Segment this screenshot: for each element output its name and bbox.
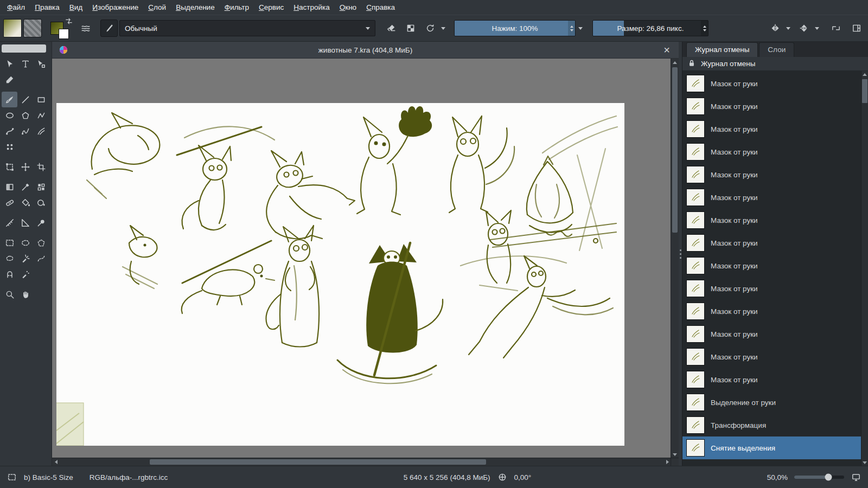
pan-tool[interactable] [17, 286, 33, 302]
history-item[interactable]: Мазок от руки [682, 118, 861, 140]
pattern-edit-tool[interactable] [33, 179, 49, 195]
pattern-swatch[interactable] [23, 19, 42, 37]
bezier-curve-tool[interactable] [2, 123, 17, 139]
calligraphy-tool[interactable] [2, 72, 17, 87]
mirror-vertical-button[interactable] [796, 20, 812, 36]
eraser-mode-button[interactable] [383, 20, 399, 36]
color-sampler-tool[interactable] [17, 179, 33, 195]
history-item[interactable]: Мазок от руки [682, 345, 861, 368]
select-shapes-tool[interactable] [2, 56, 17, 72]
menu-view[interactable]: Вид [65, 1, 87, 14]
zoom-slider-handle[interactable] [825, 474, 832, 481]
menu-help[interactable]: Справка [361, 1, 400, 14]
measure-tool[interactable] [17, 215, 33, 230]
brush-preset-icon[interactable] [100, 20, 118, 37]
tab-layers[interactable]: Слои [759, 42, 794, 57]
menu-file[interactable]: Файл [2, 1, 30, 14]
transform-tool[interactable] [2, 159, 17, 175]
zoom-slider[interactable] [794, 476, 844, 479]
scroll-left-icon[interactable] [52, 458, 60, 466]
contiguous-select-tool[interactable] [17, 251, 33, 266]
freehand-brush-tool[interactable] [2, 92, 17, 107]
preserve-alpha-button[interactable] [403, 20, 419, 36]
menu-settings[interactable]: Настройка [289, 1, 334, 14]
gradient-tool[interactable] [2, 179, 17, 195]
crop-tool[interactable] [33, 159, 49, 175]
docker-lock-icon[interactable] [687, 58, 697, 69]
menu-layer[interactable]: Слой [143, 1, 171, 14]
selection-mode-icon[interactable] [7, 472, 17, 483]
menu-tools[interactable]: Сервис [254, 1, 289, 14]
line-tool[interactable] [17, 92, 33, 107]
multibrush-tool[interactable] [2, 139, 17, 155]
history-item[interactable]: Мазок от руки [682, 72, 861, 95]
history-item[interactable]: Мазок от руки [682, 277, 861, 300]
polyline-tool[interactable] [33, 107, 49, 123]
bezier-select-tool[interactable] [33, 251, 49, 266]
gradient-chooser-button[interactable] [78, 20, 94, 36]
canvas-titlebar[interactable]: животные 7.kra (404,8 МиБ) × [52, 42, 679, 59]
reference-images-tool[interactable] [33, 215, 49, 230]
ellipse-tool[interactable] [2, 107, 17, 123]
mirror-vertical-caret[interactable] [812, 20, 821, 36]
brush-size-slider[interactable]: Размер: 26,86 пикс. [592, 20, 709, 36]
gradient-swatch[interactable] [3, 19, 22, 37]
polygon-tool[interactable] [17, 107, 33, 123]
toolbox-handle[interactable] [2, 44, 46, 53]
scroll-right-icon[interactable] [663, 458, 671, 466]
brush-preset-combo[interactable]: Обычный [119, 20, 375, 36]
history-item[interactable]: Мазок от руки [682, 186, 861, 209]
menu-filter[interactable]: Фильтр [220, 1, 254, 14]
canvas-horizontal-scrollbar[interactable] [52, 458, 671, 466]
similar-color-select-tool[interactable] [17, 266, 33, 282]
swap-colors-icon[interactable] [65, 17, 73, 25]
history-item[interactable]: Трансформация [682, 414, 861, 436]
menu-window[interactable]: Окно [335, 1, 361, 14]
freehand-select-tool[interactable] [2, 251, 17, 266]
close-icon[interactable]: × [661, 44, 672, 55]
dynamic-brush-tool[interactable] [33, 123, 49, 139]
background-color[interactable] [59, 29, 69, 39]
mirror-horizontal-button[interactable] [767, 20, 783, 36]
color-profile-status[interactable]: RGB/альфа-...rgbtrc.icc [90, 473, 168, 481]
polygonal-select-tool[interactable] [33, 235, 49, 251]
freehand-path-tool[interactable] [17, 123, 33, 139]
history-item[interactable]: Выделение от руки [682, 391, 861, 414]
history-item[interactable]: Мазок от руки [682, 163, 861, 186]
text-tool[interactable] [17, 56, 33, 72]
history-item[interactable]: Мазок от руки [682, 209, 861, 232]
fill-tool[interactable] [17, 195, 33, 210]
fullscreen-icon[interactable] [851, 472, 861, 483]
menu-image[interactable]: Изображение [87, 1, 143, 14]
elliptical-select-tool[interactable] [17, 235, 33, 251]
scroll-up-icon[interactable] [671, 59, 679, 66]
tab-undo-history[interactable]: Журнал отмены [686, 42, 758, 57]
scroll-down-icon[interactable] [671, 451, 679, 458]
vertical-scrollbar-thumb[interactable] [672, 67, 678, 233]
rectangle-tool[interactable] [33, 92, 49, 107]
history-item[interactable]: Мазок от руки [682, 140, 861, 163]
canvas-vertical-scrollbar[interactable] [671, 59, 679, 458]
history-item[interactable]: Мазок от руки [682, 95, 861, 118]
docker-scrollbar-thumb[interactable] [862, 79, 867, 103]
pressure-slider[interactable]: Нажим: 100% [454, 20, 576, 36]
history-item[interactable]: Мазок от руки [682, 232, 861, 254]
mirror-horizontal-caret[interactable] [783, 20, 793, 36]
history-item[interactable]: Мазок от руки [682, 368, 861, 391]
canvas-rotation-icon[interactable] [497, 472, 508, 483]
docker-scrollbar[interactable] [861, 71, 868, 466]
move-tool[interactable] [17, 159, 33, 175]
canvas-page[interactable] [56, 103, 624, 446]
docker-scroll-up-icon[interactable] [861, 71, 868, 78]
pressure-spin-buttons[interactable] [568, 21, 575, 36]
edit-shapes-tool[interactable] [33, 56, 49, 72]
menu-edit[interactable]: Правка [30, 1, 65, 14]
size-spin-buttons[interactable] [701, 21, 708, 36]
magnetic-select-tool[interactable] [2, 266, 17, 282]
docker-scroll-down-icon[interactable] [861, 459, 868, 466]
brush-preset-status[interactable]: b) Basic-5 Size [24, 473, 73, 481]
enclose-fill-tool[interactable] [33, 195, 49, 210]
history-item[interactable]: Мазок от руки [682, 254, 861, 277]
smart-patch-tool[interactable] [2, 195, 17, 210]
assistants-tool[interactable] [2, 215, 17, 230]
